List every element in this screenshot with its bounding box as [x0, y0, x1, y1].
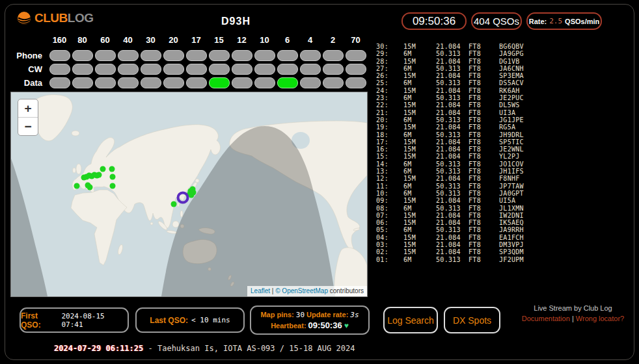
- zoom-in-button[interactable]: +: [18, 99, 38, 117]
- qso-freq: 50.313: [436, 94, 469, 101]
- qso-freq: 50.313: [436, 190, 469, 197]
- rate-value: 2.5: [549, 17, 562, 25]
- qso-row: 24:15M21.084FT8RK6AH: [376, 87, 630, 94]
- qso-band: 15M: [403, 72, 436, 79]
- qso-row: 29:6M50.313FT8JA9GPG: [376, 50, 630, 57]
- rate-label: Rate:: [529, 18, 547, 25]
- qso-freq: 50.313: [436, 256, 469, 263]
- world-map[interactable]: + − Leaflet | © OpenStreetMap contributo…: [10, 92, 368, 297]
- qso-mode: FT8: [469, 205, 499, 212]
- qso-mode: FT8: [469, 219, 499, 226]
- qso-mode: FT8: [469, 116, 499, 124]
- qso-freq: 21.084: [436, 146, 469, 153]
- qso-n: 28:: [376, 58, 403, 65]
- map-zoom-control: + −: [18, 99, 38, 136]
- band-column-header: 12: [230, 35, 253, 49]
- qso-freq: 21.084: [436, 212, 469, 219]
- qso-n: 07:: [376, 212, 403, 219]
- map-pin: [74, 183, 80, 189]
- qso-row: 07:15M21.084FT8IW2DNI: [376, 212, 630, 219]
- qso-call: RG5A: [499, 124, 630, 131]
- matrix-cell-data-6: [277, 77, 298, 88]
- qso-freq: 21.084: [436, 175, 469, 182]
- qso-call: JE2WNL: [499, 146, 630, 153]
- matrix-cell-cw-60: [95, 64, 116, 75]
- qso-n: 22:: [376, 101, 403, 109]
- qso-band: 6M: [403, 116, 436, 124]
- qso-freq: 21.084: [436, 234, 469, 241]
- band-column-header: 15: [208, 35, 230, 49]
- qso-mode: FT8: [469, 87, 499, 94]
- wrong-locator-link[interactable]: Wrong locator?: [576, 315, 624, 322]
- matrix-cell-cw-20: [163, 64, 184, 75]
- matrix-cell-phone-12: [232, 50, 252, 61]
- qso-row: 14:6M50.313FT8JO1COV: [376, 161, 630, 168]
- matrix-cell-cw-70: [346, 64, 366, 75]
- world-map-svg: [11, 92, 367, 296]
- matrix-cell-phone-10: [254, 50, 275, 61]
- qso-mode: FT8: [469, 101, 499, 109]
- qso-row: 15:15M21.084FT8YL2PJ: [376, 153, 630, 160]
- clublog-logo[interactable]: CLUBLOG: [17, 11, 93, 25]
- update-rate-value: 3s: [350, 311, 359, 319]
- qso-mode: FT8: [469, 65, 499, 72]
- qso-band: 6M: [403, 256, 436, 263]
- qso-row: 26:15M21.084FT8SP3EMA: [376, 72, 630, 79]
- qso-row: 09:15M21.084FT8UI5A: [376, 197, 630, 204]
- mode-row-label: Phone: [9, 49, 48, 62]
- osm-link[interactable]: © OpenStreetMap: [275, 287, 328, 294]
- qso-n: 27:: [376, 65, 403, 72]
- map-pin: [96, 172, 102, 178]
- matrix-cell-phone-30: [141, 50, 161, 61]
- qso-freq: 21.084: [436, 248, 469, 255]
- qso-row: 06:15M21.084FT8IK5AEQ: [376, 219, 630, 226]
- qso-mode: FT8: [469, 175, 499, 182]
- dx-spots-button[interactable]: DX Spots: [444, 307, 500, 333]
- qso-call: UI3A: [499, 109, 630, 116]
- qso-freq: 50.313: [436, 183, 469, 190]
- documentation-link[interactable]: Documentation: [522, 315, 570, 322]
- map-pin: [110, 174, 116, 180]
- qso-row: 17:15M21.084FT8SP5TIC: [376, 138, 630, 146]
- band-column-header: 6: [276, 35, 299, 49]
- qso-freq: 50.313: [436, 205, 469, 212]
- matrix-cell-data-2: [323, 77, 344, 88]
- leaflet-link[interactable]: Leaflet: [251, 287, 270, 294]
- qso-n: 02:: [376, 248, 403, 255]
- qso-freq: 21.084: [436, 101, 469, 109]
- qso-freq: 50.313: [436, 161, 469, 168]
- qso-band: 15M: [403, 138, 436, 146]
- qso-band: 6M: [403, 168, 436, 175]
- qso-mode: FT8: [469, 197, 499, 204]
- log-search-button[interactable]: Log Search: [383, 307, 438, 333]
- attribution-contributors: contributors: [330, 287, 364, 294]
- qso-band: 6M: [403, 226, 436, 233]
- qso-mode: FT8: [469, 109, 499, 116]
- qso-n: 20:: [376, 116, 403, 124]
- stream-credit-block: Live Stream by Club Log Documentation | …: [516, 303, 630, 324]
- qso-freq: 21.084: [436, 153, 469, 160]
- qso-call: RK6AH: [499, 87, 630, 94]
- qso-n: 24:: [376, 87, 403, 94]
- status-note: - Taehuksan Is, IOTA AS-093 / 15-18 AUG …: [143, 344, 355, 353]
- qso-band: 6M: [403, 190, 436, 197]
- qso-row: 04:15M21.084FT8EA1FCH: [376, 234, 630, 241]
- zoom-out-button[interactable]: −: [18, 117, 38, 135]
- credit-link-separator: |: [572, 315, 574, 322]
- recent-qso-list: 30:15M21.084FT8BG6QBV29:6M50.313FT8JA9GP…: [376, 43, 630, 263]
- qso-n: 23:: [376, 94, 403, 101]
- qso-call: JA6CNH: [499, 65, 630, 72]
- matrix-cell-phone-17: [186, 50, 207, 61]
- map-pins-label: Map pins:: [260, 311, 293, 318]
- qso-row: 03:15M21.084FT8DM3VPJ: [376, 241, 630, 248]
- map-attribution: Leaflet | © OpenStreetMap contributors: [247, 286, 367, 296]
- qso-mode: FT8: [469, 226, 499, 233]
- update-rate-label: Update rate:: [306, 311, 348, 318]
- qso-mode: FT8: [469, 58, 499, 65]
- qso-call: DS5ACV: [499, 79, 630, 86]
- qso-row: 16:15M21.084FT8JE2WNL: [376, 146, 630, 153]
- clublog-ball-icon: [17, 11, 31, 25]
- qso-n: 03:: [376, 241, 403, 248]
- qso-freq: 50.313: [436, 50, 469, 57]
- matrix-cell-cw-160: [49, 64, 70, 75]
